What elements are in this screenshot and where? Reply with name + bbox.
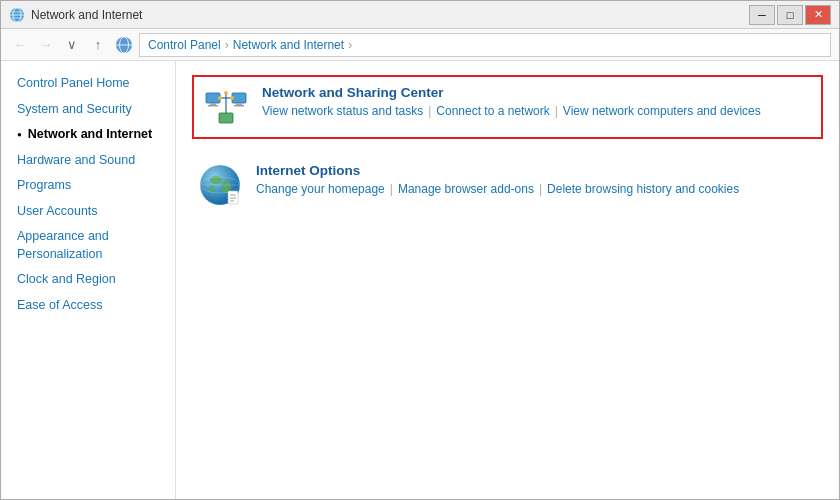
minimize-button[interactable]: ─ [749, 5, 775, 25]
sidebar-label-network-internet: Network and Internet [28, 126, 152, 144]
sidebar-item-clock-region[interactable]: Clock and Region [1, 267, 175, 293]
breadcrumb-bar: Control Panel › Network and Internet › [139, 33, 831, 57]
sidebar-item-control-panel-home[interactable]: Control Panel Home [1, 71, 175, 97]
sidebar-item-ease-access[interactable]: Ease of Access [1, 293, 175, 319]
sidebar-label-control-panel-home: Control Panel Home [17, 75, 130, 93]
sidebar-label-programs: Programs [17, 177, 71, 195]
svg-rect-16 [219, 113, 233, 123]
svg-rect-14 [236, 103, 242, 105]
address-bar: ← → ∨ ↑ Control Panel › Network and Inte… [1, 29, 839, 61]
svg-rect-13 [232, 93, 246, 103]
breadcrumb-sep-1: › [225, 38, 229, 52]
window-controls: ─ □ ✕ [749, 5, 831, 25]
sidebar-label-appearance: Appearance and Personalization [17, 228, 165, 263]
sidebar-item-user-accounts[interactable]: User Accounts [1, 199, 175, 225]
dropdown-button[interactable]: ∨ [61, 34, 83, 56]
title-bar: Network and Internet ─ □ ✕ [1, 1, 839, 29]
window-title: Network and Internet [31, 8, 142, 22]
svg-rect-8 [206, 93, 220, 103]
breadcrumb-network-internet[interactable]: Network and Internet [233, 38, 344, 52]
sidebar-item-appearance[interactable]: Appearance and Personalization [1, 224, 175, 267]
svg-rect-15 [234, 105, 244, 107]
sidebar-item-network-internet: Network and Internet [1, 122, 175, 148]
sidebar-label-system-security: System and Security [17, 101, 132, 119]
maximize-button[interactable]: □ [777, 5, 803, 25]
sidebar-label-clock-region: Clock and Region [17, 271, 116, 289]
svg-rect-9 [210, 103, 216, 105]
sidebar-label-ease-access: Ease of Access [17, 297, 102, 315]
link-delete-browsing-history[interactable]: Delete browsing history and cookies [547, 182, 739, 196]
network-sharing-icon [204, 85, 248, 129]
network-sharing-title[interactable]: Network and Sharing Center [262, 85, 761, 100]
internet-options-item: Internet Options Change your homepage | … [192, 157, 823, 213]
sidebar-item-system-security[interactable]: System and Security [1, 97, 175, 123]
sidebar-item-programs[interactable]: Programs [1, 173, 175, 199]
network-sharing-body: Network and Sharing Center View network … [262, 85, 761, 118]
link-view-computers[interactable]: View network computers and devices [563, 104, 761, 118]
location-icon [115, 36, 133, 54]
up-button[interactable]: ↑ [87, 34, 109, 56]
internet-options-links: Change your homepage | Manage browser ad… [256, 182, 739, 196]
breadcrumb-sep-2: › [348, 38, 352, 52]
internet-options-icon [198, 163, 242, 207]
link-connect-network[interactable]: Connect to a network [436, 104, 549, 118]
svg-rect-28 [228, 191, 238, 204]
internet-options-title[interactable]: Internet Options [256, 163, 739, 178]
sidebar-label-hardware-sound: Hardware and Sound [17, 152, 135, 170]
svg-point-18 [218, 96, 222, 100]
sidebar-label-user-accounts: User Accounts [17, 203, 98, 221]
link-view-network-status[interactable]: View network status and tasks [262, 104, 423, 118]
breadcrumb-control-panel[interactable]: Control Panel [148, 38, 221, 52]
sidebar-item-hardware-sound[interactable]: Hardware and Sound [1, 148, 175, 174]
network-sharing-center-item: Network and Sharing Center View network … [192, 75, 823, 139]
svg-point-19 [230, 96, 234, 100]
link-manage-addons[interactable]: Manage browser add-ons [398, 182, 534, 196]
back-button[interactable]: ← [9, 34, 31, 56]
sidebar: Control Panel Home System and Security N… [1, 61, 176, 500]
window-icon [9, 7, 25, 23]
content-area: Network and Sharing Center View network … [176, 61, 839, 500]
svg-rect-10 [208, 105, 218, 107]
main-layout: Control Panel Home System and Security N… [1, 61, 839, 500]
svg-point-20 [224, 91, 228, 95]
internet-options-body: Internet Options Change your homepage | … [256, 163, 739, 196]
link-change-homepage[interactable]: Change your homepage [256, 182, 385, 196]
close-button[interactable]: ✕ [805, 5, 831, 25]
network-sharing-links: View network status and tasks | Connect … [262, 104, 761, 118]
forward-button[interactable]: → [35, 34, 57, 56]
